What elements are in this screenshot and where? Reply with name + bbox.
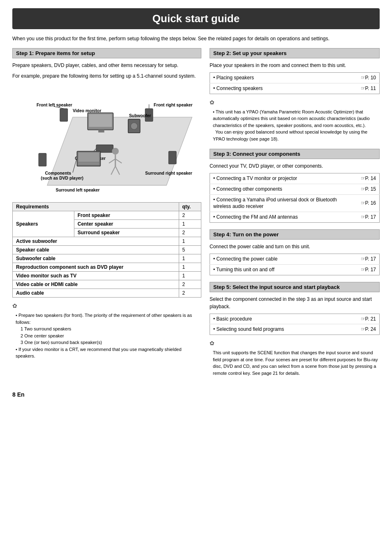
svg-rect-19 [78, 162, 99, 165]
speakers-label: Speakers [13, 211, 74, 237]
page-title: Quick start guide [12, 8, 380, 29]
turn-on-label: • Turning this unit on and off [210, 264, 355, 275]
step4-header: Step 4: Turn on the power [210, 229, 380, 240]
video-cable-qty: 2 [179, 280, 201, 289]
step5-table: • Basic procedure ☞P. 21 • Selecting sou… [210, 314, 380, 335]
table-row: • Connecting the FM and AM antennas ☞P. … [210, 212, 380, 223]
active-subwoofer: Active subwoofer [13, 237, 179, 246]
ypao-note: ✿ • This unit has a YPAO (Yamaha Paramet… [210, 98, 380, 143]
ypao-note-star-icon: ✿ [210, 99, 214, 106]
step5-note: ✿ This unit supports the SCENE function … [210, 339, 380, 376]
intro-text: When you use this product for the first … [12, 35, 380, 42]
step3-text: Connect your TV, DVD player, or other co… [210, 162, 380, 170]
front-speaker: Front speaker [74, 211, 179, 220]
table-row: Subwoofer cable 1 [13, 254, 201, 263]
video-cable: Video cable or HDMI cable [13, 280, 179, 289]
req-header-label: Requirements [13, 203, 179, 211]
step3-table: • Connecting a TV monitor or projector ☞… [210, 173, 380, 223]
table-row: • Connecting the power cable ☞P. 17 [210, 254, 380, 265]
video-monitor-qty: 1 [179, 272, 201, 280]
requirements-table: Requirements qty. Speakers Front speaker… [12, 202, 201, 298]
connect-tv-page: ☞P. 14 [355, 173, 380, 184]
note-item: 2 One center speaker [16, 332, 201, 339]
step1-text2: For example, prepare the following items… [12, 72, 201, 80]
subwoofer-cable-qty: 1 [179, 254, 201, 263]
reproduction-qty: 1 [179, 263, 201, 272]
svg-text:Components: Components [45, 171, 71, 175]
note-item: 3 One (or two) surround back speaker(s) [16, 339, 201, 346]
step5-section: Step 5: Select the input source and star… [210, 282, 380, 377]
step2-header: Step 2: Set up your speakers [210, 48, 380, 58]
audio-cable-qty: 2 [179, 289, 201, 298]
step3-section: Step 3: Connect your components Connect … [210, 149, 380, 223]
svg-rect-25 [39, 153, 46, 166]
step2-text: Place your speakers in the room and conn… [210, 62, 380, 69]
table-row: • Placing speakers ☞P. 10 [210, 73, 380, 83]
speaker-cable-qty: 5 [179, 246, 201, 254]
front-speaker-qty: 2 [179, 211, 201, 220]
audio-cable: Audio cable [13, 289, 179, 298]
step1-notes: ✿ • Prepare two speakers (for front). Th… [12, 302, 201, 360]
step5-text: Select the component connected in the st… [210, 295, 380, 310]
step5-note-text: This unit supports the SCENE function th… [213, 349, 380, 376]
note-item: • If your video monitor is a CRT, we rec… [16, 346, 201, 360]
connect-yamaha-page: ☞P. 16 [355, 194, 380, 212]
table-row: Speakers Front speaker 2 [13, 211, 201, 220]
svg-rect-5 [89, 114, 112, 127]
video-monitor: Video monitor such as TV [13, 272, 179, 280]
table-row: Active subwoofer 1 [13, 237, 201, 246]
page-number: 8 En [12, 391, 380, 398]
step2-table: • Placing speakers ☞P. 10 • Connecting s… [210, 72, 380, 94]
step2-section: Step 2: Set up your speakers Place your … [210, 48, 380, 142]
svg-rect-18 [78, 152, 99, 162]
svg-text:Surround right speaker: Surround right speaker [145, 171, 192, 175]
sound-field-label: • Selecting sound field programs [210, 324, 355, 335]
svg-text:(such as DVD player): (such as DVD player) [41, 176, 83, 180]
req-header-qty: qty. [179, 203, 201, 211]
step4-section: Step 4: Turn on the power Connect the po… [210, 229, 380, 275]
svg-text:Front right speaker: Front right speaker [154, 103, 192, 107]
step5-note-star-icon: ✿ [210, 340, 214, 346]
step5-header: Step 5: Select the input source and star… [210, 282, 380, 292]
connect-other-label: • Connecting other components [210, 184, 355, 194]
svg-rect-23 [168, 151, 176, 164]
connect-other-page: ☞P. 15 [355, 184, 380, 194]
connect-antenna-page: ☞P. 17 [355, 212, 380, 223]
subwoofer-cable: Subwoofer cable [13, 254, 179, 263]
step4-table: • Connecting the power cable ☞P. 17 • Tu… [210, 254, 380, 275]
active-subwoofer-qty: 1 [179, 237, 201, 246]
connect-antenna-label: • Connecting the FM and AM antennas [210, 212, 355, 223]
step1-text1: Prepare speakers, DVD player, cables, an… [12, 62, 201, 69]
center-speaker: Center speaker [74, 220, 179, 229]
basic-procedure-label: • Basic procedure [210, 314, 355, 324]
connect-yamaha-label: • Connecting a Yamaha iPod universal doc… [210, 194, 355, 212]
note-item: • Prepare two speakers (for front). The … [16, 312, 201, 325]
reproduction-component: Reproduction component such as DVD playe… [13, 263, 179, 272]
table-row: • Connecting a Yamaha iPod universal doc… [210, 194, 380, 212]
step1-header: Step 1: Prepare items for setup [12, 48, 201, 58]
center-speaker-qty: 1 [179, 220, 201, 229]
svg-rect-6 [98, 130, 104, 132]
turn-on-page: ☞P. 17 [355, 264, 380, 275]
sound-field-page: ☞P. 24 [355, 324, 380, 335]
table-row: • Connecting a TV monitor or projector ☞… [210, 173, 380, 184]
connect-tv-label: • Connecting a TV monitor or projector [210, 173, 355, 184]
note-item: 1 Two surround speakers [16, 325, 201, 332]
ypao-note-text: • This unit has a YPAO (Yamaha Parametri… [213, 108, 380, 143]
table-row: Video monitor such as TV 1 [13, 272, 201, 280]
note-star-icon: ✿ [12, 302, 17, 309]
table-row: Reproduction component such as DVD playe… [13, 263, 201, 272]
table-row: • Selecting sound field programs ☞P. 24 [210, 324, 380, 335]
power-cable-label: • Connecting the power cable [210, 254, 355, 265]
step3-header: Step 3: Connect your components [210, 149, 380, 159]
speaker-diagram: Front right speaker Video monitor Subwoo… [12, 83, 201, 198]
basic-procedure-page: ☞P. 21 [355, 314, 380, 324]
svg-text:Video monitor: Video monitor [73, 108, 101, 113]
step4-text: Connect the power cable and turn on this… [210, 243, 380, 250]
right-column: Step 2: Set up your speakers Place your … [210, 48, 380, 383]
connecting-speakers-page: ☞P. 11 [355, 83, 380, 94]
table-row: • Basic procedure ☞P. 21 [210, 314, 380, 324]
table-row: Speaker cable 5 [13, 246, 201, 254]
table-row: Video cable or HDMI cable 2 [13, 280, 201, 289]
svg-text:Surround left speaker: Surround left speaker [56, 188, 100, 192]
